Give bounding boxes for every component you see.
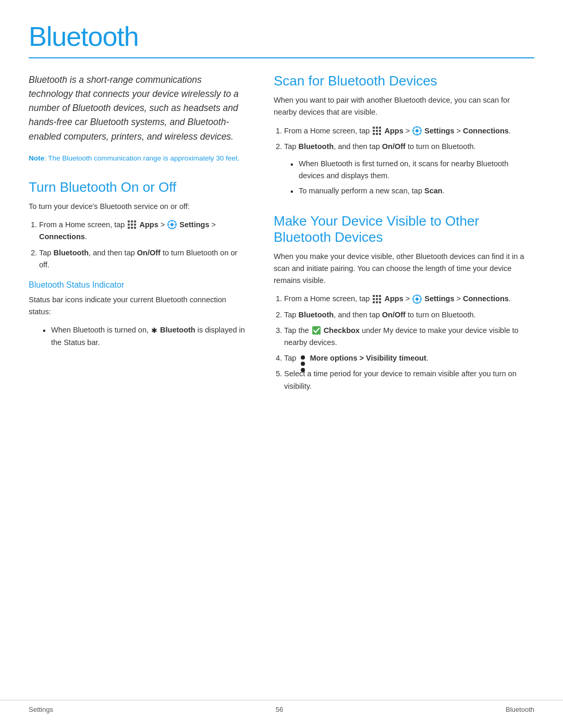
footer-right: Bluetooth (506, 706, 534, 713)
scan-bullet-1: When Bluetooth is first turned on, it sc… (290, 158, 534, 182)
page-footer: Settings 56 Bluetooth (0, 700, 563, 713)
scan-bluetooth-intro: When you want to pair with another Bluet… (274, 94, 534, 118)
svg-rect-46 (379, 301, 381, 303)
make-visible-intro: When you make your device visible, other… (274, 251, 534, 287)
svg-rect-20 (376, 127, 378, 129)
svg-point-48 (415, 298, 419, 301)
svg-rect-40 (379, 295, 381, 297)
svg-rect-41 (373, 298, 375, 300)
make-step-1: From a Home screen, tap (284, 293, 534, 305)
connections-label-2: Connections (463, 127, 509, 135)
svg-rect-19 (373, 127, 375, 129)
more-icon (299, 353, 307, 363)
status-bullet-1: When Bluetooth is turned on, ✱ Bluetooth… (43, 324, 248, 349)
title-divider (29, 57, 534, 58)
turn-bluetooth-steps: From a Home screen, tap (29, 219, 248, 271)
status-indicator-body: Status bar icons indicate your current B… (29, 294, 248, 318)
apps-icon-2 (372, 126, 382, 135)
status-indicator-title: Bluetooth Status Indicator (29, 280, 248, 290)
svg-rect-1 (131, 220, 133, 223)
turn-bluetooth-title: Turn Bluetooth On or Off (29, 179, 248, 195)
turn-step-2: Tap Bluetooth, and then tap On/Off to tu… (39, 247, 248, 271)
svg-rect-24 (379, 130, 381, 132)
bluetooth-label-2: Bluetooth (298, 142, 334, 151)
svg-rect-39 (376, 295, 378, 297)
scan-bullets: When Bluetooth is first turned on, it sc… (284, 158, 534, 198)
settings-icon-3 (412, 294, 422, 304)
scan-bullet-2: To manually perform a new scan, tap Scan… (290, 185, 534, 197)
svg-rect-42 (376, 298, 378, 300)
make-visible-steps: From a Home screen, tap (274, 293, 534, 392)
make-step-3: Tap the Checkbox under My device to make… (284, 325, 534, 349)
page-content: Bluetooth Bluetooth is a short-range com… (0, 0, 563, 429)
svg-rect-5 (134, 224, 136, 226)
intro-paragraph: Bluetooth is a short-range communication… (29, 73, 248, 144)
footer-center: 56 (276, 706, 283, 713)
apps-label-3: Apps (384, 294, 403, 303)
connections-label: Connections (39, 232, 85, 241)
apps-label: Apps (139, 220, 158, 229)
settings-label: Settings (179, 220, 209, 229)
bluetooth-label-1: Bluetooth (53, 249, 89, 257)
onoff-label-2: On/Off (382, 142, 406, 151)
onoff-label-1: On/Off (137, 249, 161, 257)
connections-label-3: Connections (463, 294, 509, 303)
checkbox-label: Checkbox (324, 326, 360, 335)
scan-step-1: From a Home screen, tap (284, 125, 534, 137)
svg-rect-22 (373, 130, 375, 132)
left-column: Bluetooth is a short-range communication… (29, 73, 248, 398)
svg-rect-44 (373, 301, 375, 303)
svg-rect-6 (128, 227, 130, 229)
two-column-layout: Bluetooth is a short-range communication… (29, 73, 534, 398)
settings-icon (167, 220, 177, 229)
scan-bold: Scan (424, 187, 443, 195)
svg-rect-43 (379, 298, 381, 300)
page-title: Bluetooth (29, 21, 534, 52)
svg-point-29 (415, 129, 419, 132)
onoff-label-3: On/Off (382, 311, 406, 319)
make-visible-title: Make Your Device Visible to Other Blueto… (274, 213, 534, 245)
settings-icon-2 (412, 126, 422, 135)
bluetooth-icon: ✱ (151, 325, 157, 336)
scan-step-2: Tap Bluetooth, and then tap On/Off to tu… (284, 141, 534, 153)
make-step-4: Tap More options > Visibility timeout. (284, 352, 534, 364)
svg-rect-0 (128, 220, 130, 223)
bluetooth-bold: Bluetooth (160, 326, 195, 334)
apps-icon (127, 220, 137, 229)
scan-bluetooth-steps: From a Home screen, tap (274, 125, 534, 153)
svg-rect-38 (373, 295, 375, 297)
svg-rect-3 (128, 224, 130, 226)
svg-rect-8 (134, 227, 136, 229)
svg-rect-26 (376, 133, 378, 135)
bluetooth-label-3: Bluetooth (298, 311, 334, 319)
apps-icon-3 (372, 294, 382, 304)
make-step-5: Select a time period for your device to … (284, 368, 534, 392)
checkbox-icon (312, 326, 321, 335)
svg-point-10 (170, 223, 174, 226)
status-indicator-bullets: When Bluetooth is turned on, ✱ Bluetooth… (36, 324, 248, 349)
svg-rect-45 (376, 301, 378, 303)
svg-rect-4 (131, 224, 133, 226)
apps-label-2: Apps (384, 127, 403, 135)
make-step-2: Tap Bluetooth, and then tap On/Off to tu… (284, 309, 534, 321)
note-paragraph: Note: The Bluetooth communication range … (29, 153, 248, 164)
settings-label-2: Settings (424, 127, 454, 135)
settings-label-3: Settings (424, 294, 454, 303)
footer-left: Settings (29, 706, 53, 713)
turn-bluetooth-intro: To turn your device's Bluetooth service … (29, 201, 248, 213)
scan-bluetooth-title: Scan for Bluetooth Devices (274, 73, 534, 89)
svg-rect-27 (379, 133, 381, 135)
svg-rect-21 (379, 127, 381, 129)
svg-rect-2 (134, 220, 136, 223)
svg-point-59 (301, 362, 305, 366)
svg-point-60 (301, 368, 305, 372)
note-label: Note (29, 154, 44, 162)
svg-rect-23 (376, 130, 378, 132)
make-visible-section: Make Your Device Visible to Other Blueto… (274, 213, 534, 392)
svg-point-58 (301, 355, 305, 360)
svg-rect-7 (131, 227, 133, 229)
turn-step-1: From a Home screen, tap (39, 219, 248, 243)
note-content: : The Bluetooth communication range is a… (44, 154, 239, 162)
right-column: Scan for Bluetooth Devices When you want… (274, 73, 534, 398)
svg-rect-25 (373, 133, 375, 135)
